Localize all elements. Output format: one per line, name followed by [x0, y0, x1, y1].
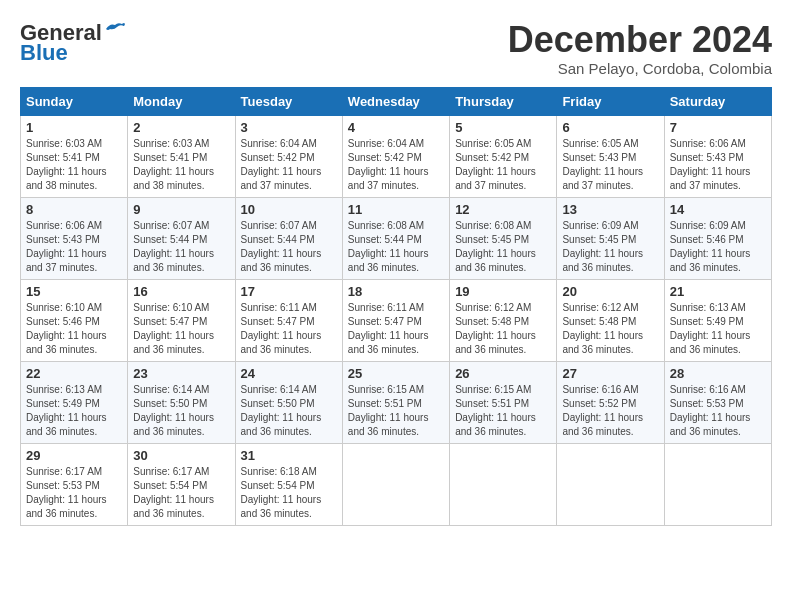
day-info: Sunrise: 6:15 AM Sunset: 5:51 PM Dayligh… [348, 383, 444, 439]
day-info: Sunrise: 6:07 AM Sunset: 5:44 PM Dayligh… [133, 219, 229, 275]
day-number: 16 [133, 284, 229, 299]
day-number: 5 [455, 120, 551, 135]
col-wednesday: Wednesday [342, 87, 449, 115]
calendar-cell: 5Sunrise: 6:05 AM Sunset: 5:42 PM Daylig… [450, 115, 557, 197]
col-tuesday: Tuesday [235, 87, 342, 115]
day-number: 25 [348, 366, 444, 381]
day-number: 18 [348, 284, 444, 299]
title-block: December 2024 San Pelayo, Cordoba, Colom… [508, 20, 772, 77]
day-info: Sunrise: 6:12 AM Sunset: 5:48 PM Dayligh… [455, 301, 551, 357]
calendar-cell: 31Sunrise: 6:18 AM Sunset: 5:54 PM Dayli… [235, 443, 342, 525]
day-info: Sunrise: 6:14 AM Sunset: 5:50 PM Dayligh… [133, 383, 229, 439]
calendar-cell [450, 443, 557, 525]
day-info: Sunrise: 6:08 AM Sunset: 5:44 PM Dayligh… [348, 219, 444, 275]
day-number: 21 [670, 284, 766, 299]
day-number: 29 [26, 448, 122, 463]
calendar-cell: 24Sunrise: 6:14 AM Sunset: 5:50 PM Dayli… [235, 361, 342, 443]
calendar-cell: 1Sunrise: 6:03 AM Sunset: 5:41 PM Daylig… [21, 115, 128, 197]
day-number: 4 [348, 120, 444, 135]
logo: General Blue [20, 20, 126, 66]
calendar-row: 29Sunrise: 6:17 AM Sunset: 5:53 PM Dayli… [21, 443, 772, 525]
col-saturday: Saturday [664, 87, 771, 115]
day-number: 20 [562, 284, 658, 299]
day-number: 9 [133, 202, 229, 217]
calendar-cell: 19Sunrise: 6:12 AM Sunset: 5:48 PM Dayli… [450, 279, 557, 361]
calendar-cell: 29Sunrise: 6:17 AM Sunset: 5:53 PM Dayli… [21, 443, 128, 525]
calendar-cell: 23Sunrise: 6:14 AM Sunset: 5:50 PM Dayli… [128, 361, 235, 443]
calendar-cell: 20Sunrise: 6:12 AM Sunset: 5:48 PM Dayli… [557, 279, 664, 361]
day-info: Sunrise: 6:04 AM Sunset: 5:42 PM Dayligh… [241, 137, 337, 193]
calendar-cell [342, 443, 449, 525]
calendar-row: 22Sunrise: 6:13 AM Sunset: 5:49 PM Dayli… [21, 361, 772, 443]
day-info: Sunrise: 6:15 AM Sunset: 5:51 PM Dayligh… [455, 383, 551, 439]
day-number: 1 [26, 120, 122, 135]
day-info: Sunrise: 6:13 AM Sunset: 5:49 PM Dayligh… [670, 301, 766, 357]
calendar-cell: 6Sunrise: 6:05 AM Sunset: 5:43 PM Daylig… [557, 115, 664, 197]
day-info: Sunrise: 6:18 AM Sunset: 5:54 PM Dayligh… [241, 465, 337, 521]
calendar-cell: 17Sunrise: 6:11 AM Sunset: 5:47 PM Dayli… [235, 279, 342, 361]
day-info: Sunrise: 6:11 AM Sunset: 5:47 PM Dayligh… [241, 301, 337, 357]
calendar-row: 8Sunrise: 6:06 AM Sunset: 5:43 PM Daylig… [21, 197, 772, 279]
day-info: Sunrise: 6:06 AM Sunset: 5:43 PM Dayligh… [26, 219, 122, 275]
day-info: Sunrise: 6:07 AM Sunset: 5:44 PM Dayligh… [241, 219, 337, 275]
day-info: Sunrise: 6:03 AM Sunset: 5:41 PM Dayligh… [133, 137, 229, 193]
day-number: 7 [670, 120, 766, 135]
day-number: 15 [26, 284, 122, 299]
day-info: Sunrise: 6:10 AM Sunset: 5:46 PM Dayligh… [26, 301, 122, 357]
day-number: 24 [241, 366, 337, 381]
day-number: 10 [241, 202, 337, 217]
day-number: 23 [133, 366, 229, 381]
day-number: 3 [241, 120, 337, 135]
day-number: 30 [133, 448, 229, 463]
day-number: 17 [241, 284, 337, 299]
day-info: Sunrise: 6:09 AM Sunset: 5:46 PM Dayligh… [670, 219, 766, 275]
logo-blue-text: Blue [20, 40, 68, 66]
day-info: Sunrise: 6:11 AM Sunset: 5:47 PM Dayligh… [348, 301, 444, 357]
day-number: 26 [455, 366, 551, 381]
day-info: Sunrise: 6:16 AM Sunset: 5:52 PM Dayligh… [562, 383, 658, 439]
day-info: Sunrise: 6:17 AM Sunset: 5:53 PM Dayligh… [26, 465, 122, 521]
page-header: General Blue December 2024 San Pelayo, C… [20, 20, 772, 77]
day-info: Sunrise: 6:05 AM Sunset: 5:43 PM Dayligh… [562, 137, 658, 193]
day-info: Sunrise: 6:05 AM Sunset: 5:42 PM Dayligh… [455, 137, 551, 193]
calendar-cell: 8Sunrise: 6:06 AM Sunset: 5:43 PM Daylig… [21, 197, 128, 279]
day-number: 14 [670, 202, 766, 217]
day-number: 2 [133, 120, 229, 135]
calendar-cell: 13Sunrise: 6:09 AM Sunset: 5:45 PM Dayli… [557, 197, 664, 279]
calendar-cell: 11Sunrise: 6:08 AM Sunset: 5:44 PM Dayli… [342, 197, 449, 279]
month-title: December 2024 [508, 20, 772, 60]
col-thursday: Thursday [450, 87, 557, 115]
day-info: Sunrise: 6:14 AM Sunset: 5:50 PM Dayligh… [241, 383, 337, 439]
day-info: Sunrise: 6:10 AM Sunset: 5:47 PM Dayligh… [133, 301, 229, 357]
day-info: Sunrise: 6:08 AM Sunset: 5:45 PM Dayligh… [455, 219, 551, 275]
day-info: Sunrise: 6:04 AM Sunset: 5:42 PM Dayligh… [348, 137, 444, 193]
calendar-cell: 2Sunrise: 6:03 AM Sunset: 5:41 PM Daylig… [128, 115, 235, 197]
day-number: 6 [562, 120, 658, 135]
day-number: 28 [670, 366, 766, 381]
calendar-cell: 12Sunrise: 6:08 AM Sunset: 5:45 PM Dayli… [450, 197, 557, 279]
calendar-cell: 14Sunrise: 6:09 AM Sunset: 5:46 PM Dayli… [664, 197, 771, 279]
calendar-cell: 9Sunrise: 6:07 AM Sunset: 5:44 PM Daylig… [128, 197, 235, 279]
day-info: Sunrise: 6:17 AM Sunset: 5:54 PM Dayligh… [133, 465, 229, 521]
calendar-cell: 10Sunrise: 6:07 AM Sunset: 5:44 PM Dayli… [235, 197, 342, 279]
day-info: Sunrise: 6:09 AM Sunset: 5:45 PM Dayligh… [562, 219, 658, 275]
calendar-cell: 27Sunrise: 6:16 AM Sunset: 5:52 PM Dayli… [557, 361, 664, 443]
calendar-cell: 15Sunrise: 6:10 AM Sunset: 5:46 PM Dayli… [21, 279, 128, 361]
col-sunday: Sunday [21, 87, 128, 115]
day-number: 22 [26, 366, 122, 381]
calendar-row: 15Sunrise: 6:10 AM Sunset: 5:46 PM Dayli… [21, 279, 772, 361]
calendar-cell: 16Sunrise: 6:10 AM Sunset: 5:47 PM Dayli… [128, 279, 235, 361]
calendar-table: Sunday Monday Tuesday Wednesday Thursday… [20, 87, 772, 526]
location-subtitle: San Pelayo, Cordoba, Colombia [508, 60, 772, 77]
day-info: Sunrise: 6:03 AM Sunset: 5:41 PM Dayligh… [26, 137, 122, 193]
day-info: Sunrise: 6:12 AM Sunset: 5:48 PM Dayligh… [562, 301, 658, 357]
calendar-cell: 28Sunrise: 6:16 AM Sunset: 5:53 PM Dayli… [664, 361, 771, 443]
calendar-cell: 3Sunrise: 6:04 AM Sunset: 5:42 PM Daylig… [235, 115, 342, 197]
calendar-cell: 30Sunrise: 6:17 AM Sunset: 5:54 PM Dayli… [128, 443, 235, 525]
calendar-cell [664, 443, 771, 525]
calendar-header-row: Sunday Monday Tuesday Wednesday Thursday… [21, 87, 772, 115]
day-number: 19 [455, 284, 551, 299]
col-monday: Monday [128, 87, 235, 115]
day-number: 13 [562, 202, 658, 217]
calendar-cell: 22Sunrise: 6:13 AM Sunset: 5:49 PM Dayli… [21, 361, 128, 443]
